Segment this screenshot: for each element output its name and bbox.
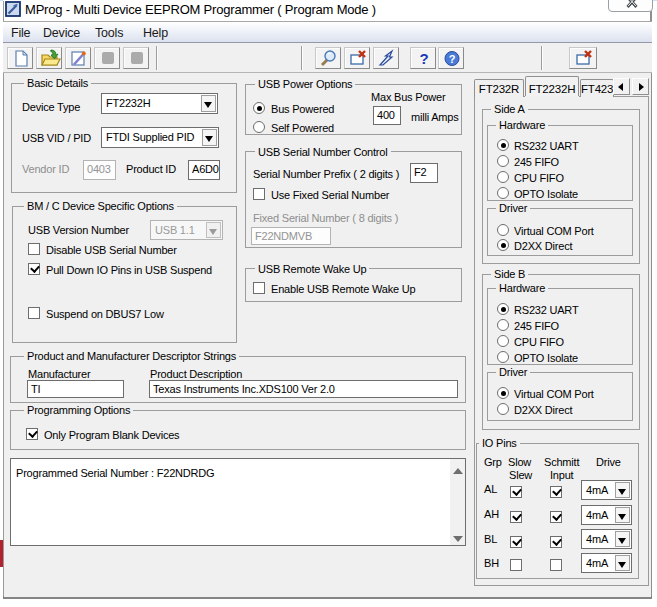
- svg-text:?: ?: [449, 53, 456, 65]
- svg-text:?: ?: [419, 50, 428, 67]
